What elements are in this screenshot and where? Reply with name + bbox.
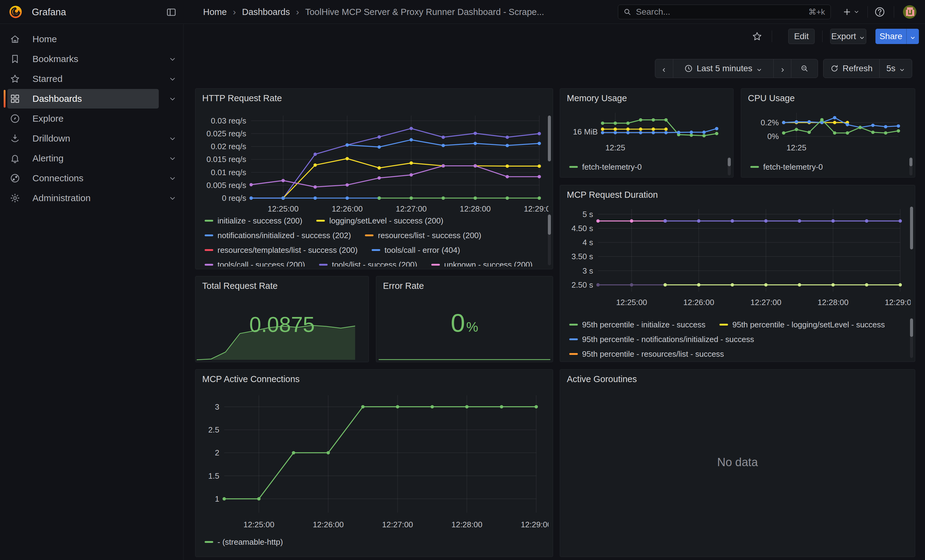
chart-svg: 0 req/s0.005 req/s0.01 req/s0.015 req/s0… bbox=[200, 113, 548, 214]
sidebar-item-administration[interactable]: Administration bbox=[8, 188, 159, 208]
divider bbox=[894, 6, 894, 18]
scrollbar[interactable] bbox=[910, 318, 913, 337]
sidebar-item-label: Alerting bbox=[32, 153, 63, 164]
panel-title[interactable]: HTTP Request Rate bbox=[196, 89, 553, 108]
refresh-button[interactable]: Refresh bbox=[823, 59, 880, 78]
panel-title[interactable]: Active Goroutines bbox=[560, 369, 915, 389]
chevron-down-icon[interactable] bbox=[169, 174, 176, 182]
sidebar-item-dashboards[interactable]: Dashboards bbox=[8, 89, 159, 108]
grafana-logo-icon[interactable] bbox=[9, 5, 23, 19]
svg-text:2.50 s: 2.50 s bbox=[571, 280, 593, 290]
legend-item[interactable]: unknown - success (200) bbox=[431, 260, 533, 267]
panel-title[interactable]: Total Request Rate bbox=[196, 276, 369, 296]
legend-item[interactable]: notifications/initialized - success (202… bbox=[205, 231, 351, 240]
legend-label: tools/call - error (404) bbox=[384, 245, 460, 255]
zoom-out-button[interactable] bbox=[791, 59, 818, 78]
scrollbar[interactable] bbox=[909, 158, 913, 166]
sidebar-item-label: Explore bbox=[32, 113, 63, 124]
breadcrumb-separator: › bbox=[296, 7, 299, 17]
help-button[interactable] bbox=[874, 6, 885, 17]
add-button[interactable] bbox=[838, 5, 864, 19]
search-field[interactable] bbox=[636, 7, 809, 17]
panel-total-request-rate: Total Request Rate 0.0875 bbox=[195, 276, 369, 362]
panel-mcp-active-connections: MCP Active Connections 11.522.5312:25:00… bbox=[195, 369, 553, 557]
sidebar-item-alerting[interactable]: Alerting bbox=[8, 149, 159, 168]
chevron-down-icon[interactable] bbox=[169, 155, 176, 162]
scrollbar[interactable] bbox=[728, 158, 731, 166]
mcp-request-duration-chart[interactable]: 2.50 s3 s3.50 s4 s4.50 s5 s12:25:0012:26… bbox=[564, 207, 911, 308]
sidebar-item-connections[interactable]: Connections bbox=[8, 168, 159, 188]
divider bbox=[772, 30, 772, 42]
legend-item[interactable]: 95th percentile - logging/setLevel - suc… bbox=[719, 320, 885, 330]
panel-title[interactable]: Error Rate bbox=[376, 276, 553, 296]
breadcrumb-item[interactable]: Dashboards bbox=[242, 7, 290, 17]
sidebar-toggle-icon[interactable] bbox=[166, 7, 177, 18]
sidebar-item-drilldown[interactable]: Drilldown bbox=[8, 129, 159, 148]
legend-item[interactable]: resources/templates/list - success (200) bbox=[205, 245, 358, 255]
http-request-rate-chart[interactable]: 0 req/s0.005 req/s0.01 req/s0.015 req/s0… bbox=[200, 113, 548, 214]
share-button[interactable]: Share bbox=[875, 29, 906, 44]
legend-item[interactable]: tools/call - success (200) bbox=[205, 260, 305, 267]
time-shift-back-button[interactable] bbox=[655, 59, 673, 78]
panel-title[interactable]: MCP Active Connections bbox=[196, 369, 553, 389]
chevron-down-icon[interactable] bbox=[169, 135, 176, 143]
home-icon bbox=[10, 34, 20, 44]
search-input[interactable]: ⌘+k bbox=[618, 5, 831, 19]
sidebar-item-home[interactable]: Home bbox=[8, 29, 159, 49]
sidebar-item-starred[interactable]: Starred bbox=[8, 69, 159, 89]
legend-item[interactable]: tools/list - success (200) bbox=[319, 260, 417, 267]
legend-swatch bbox=[569, 324, 578, 326]
cpu-usage-chart[interactable]: 0.2%0%12:25 bbox=[746, 105, 911, 153]
sidebar-item-label: Starred bbox=[32, 74, 62, 84]
panel-title[interactable]: MCP Request Duration bbox=[560, 185, 915, 204]
sidebar-item-explore[interactable]: Explore bbox=[8, 109, 159, 128]
legend-item[interactable]: 95th percentile - initialize - success bbox=[569, 320, 705, 330]
legend-label: tools/list - success (200) bbox=[332, 260, 417, 267]
legend-item[interactable]: tools/call - error (404) bbox=[372, 245, 460, 255]
svg-text:12:29:00: 12:29:00 bbox=[524, 204, 548, 213]
chevron-down-icon[interactable] bbox=[169, 95, 176, 103]
scrollbar[interactable] bbox=[548, 215, 551, 235]
edit-button[interactable]: Edit bbox=[788, 29, 815, 44]
legend-swatch bbox=[569, 353, 578, 355]
legend-label: resources/templates/list - success (200) bbox=[217, 245, 358, 255]
mcp-active-connections-chart[interactable]: 11.522.5312:25:0012:26:0012:27:0012:28:0… bbox=[200, 389, 548, 530]
sidebar-item-label: Bookmarks bbox=[32, 54, 78, 64]
chart-svg bbox=[379, 348, 550, 361]
time-range-picker[interactable]: Last 5 minutes bbox=[673, 59, 773, 78]
user-avatar[interactable] bbox=[903, 5, 916, 19]
chevron-down-icon[interactable] bbox=[169, 194, 176, 202]
panel-cpu-usage: CPU Usage 0.2%0%12:25 fetch-telemetry-0 bbox=[741, 89, 915, 177]
stat-value: 0% bbox=[376, 308, 553, 338]
svg-text:12:29:00: 12:29:00 bbox=[521, 520, 548, 529]
legend-swatch bbox=[719, 324, 728, 326]
time-shift-forward-button[interactable] bbox=[773, 59, 791, 78]
legend-item[interactable]: resources/list - success (200) bbox=[365, 231, 481, 240]
export-button[interactable]: Export bbox=[830, 29, 866, 44]
svg-text:12:25:00: 12:25:00 bbox=[244, 520, 274, 529]
legend-item[interactable]: fetch-telemetry-0 bbox=[750, 162, 823, 172]
scrollbar[interactable] bbox=[910, 207, 913, 249]
favorite-star-icon[interactable] bbox=[752, 31, 762, 42]
svg-text:12:27:00: 12:27:00 bbox=[750, 298, 781, 307]
legend-item[interactable]: fetch-telemetry-0 bbox=[569, 162, 642, 172]
refresh-interval-select[interactable]: 5s bbox=[880, 59, 912, 78]
svg-text:1: 1 bbox=[215, 494, 219, 503]
memory-usage-chart[interactable]: 16 MiB12:25 bbox=[564, 105, 729, 153]
legend-item[interactable]: 95th percentile - notifications/initiali… bbox=[569, 335, 754, 344]
svg-text:5 s: 5 s bbox=[582, 210, 593, 219]
chevron-down-icon[interactable] bbox=[169, 55, 176, 63]
scrollbar[interactable] bbox=[548, 116, 551, 161]
share-menu-button[interactable] bbox=[906, 29, 919, 44]
chevron-down-icon[interactable] bbox=[169, 75, 176, 83]
legend-swatch bbox=[750, 166, 759, 168]
legend-item[interactable]: - (streamable-http) bbox=[205, 537, 283, 547]
legend-item[interactable]: initialize - success (200) bbox=[205, 216, 302, 225]
legend-item[interactable]: 95th percentile - resources/list - succe… bbox=[569, 349, 724, 359]
no-data-message: No data bbox=[560, 456, 915, 469]
panel-title[interactable]: Memory Usage bbox=[560, 89, 733, 108]
panel-title[interactable]: CPU Usage bbox=[741, 89, 915, 108]
legend-item[interactable]: logging/setLevel - success (200) bbox=[316, 216, 443, 225]
breadcrumb-item[interactable]: Home bbox=[203, 7, 227, 17]
sidebar-item-bookmarks[interactable]: Bookmarks bbox=[8, 49, 159, 69]
